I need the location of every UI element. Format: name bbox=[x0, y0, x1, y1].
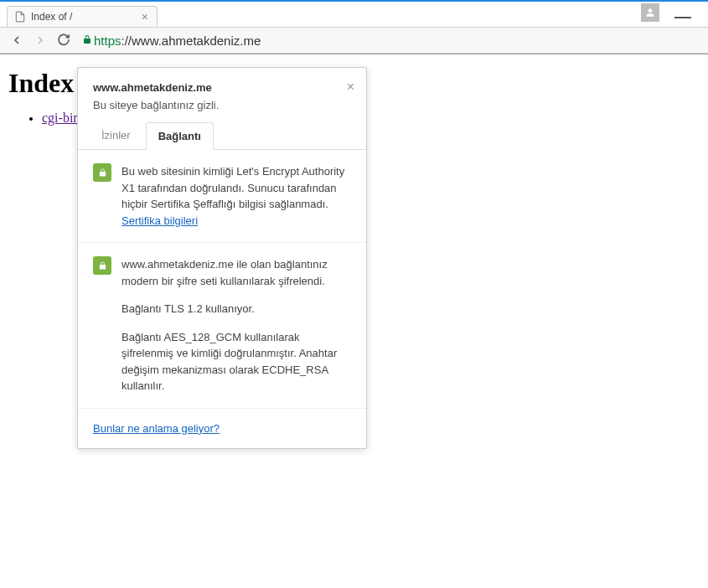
popup-close-button[interactable]: × bbox=[347, 80, 354, 95]
encryption-text-1: www.ahmetakdeniz.me ile olan bağlantınız… bbox=[121, 256, 351, 289]
tab-close-button[interactable]: × bbox=[142, 11, 148, 23]
popup-header: www.ahmetakdeniz.me Bu siteye bağlantını… bbox=[78, 68, 366, 121]
browser-toolbar: https://www.ahmetakdeniz.me bbox=[0, 27, 708, 54]
popup-subtitle: Bu siteye bağlantınız gizli. bbox=[93, 99, 351, 111]
url-rest: ://www.ahmetakdeniz.me bbox=[121, 34, 261, 48]
tab-permissions[interactable]: İzinler bbox=[90, 122, 142, 150]
user-profile-button[interactable] bbox=[641, 3, 659, 22]
browser-tab[interactable]: Index of / × bbox=[7, 6, 158, 27]
forward-button[interactable] bbox=[30, 30, 50, 50]
encryption-section: www.ahmetakdeniz.me ile olan bağlantınız… bbox=[78, 243, 366, 409]
file-icon bbox=[14, 11, 26, 23]
help-link[interactable]: Bunlar ne anlama geliyor? bbox=[93, 422, 220, 435]
identity-text: Bu web sitesinin kimliği Let's Encrypt A… bbox=[121, 165, 344, 210]
lock-icon[interactable] bbox=[82, 34, 92, 48]
popup-tabs: İzinler Bağlantı bbox=[78, 121, 366, 150]
popup-footer: Bunlar ne anlama geliyor? bbox=[78, 409, 366, 448]
tab-title: Index of / bbox=[31, 11, 137, 23]
url-protocol: https bbox=[94, 34, 121, 48]
tab-connection[interactable]: Bağlantı bbox=[146, 122, 214, 150]
identity-section: Bu web sitesinin kimliği Let's Encrypt A… bbox=[78, 150, 366, 243]
reload-button[interactable] bbox=[54, 30, 74, 50]
encryption-text-2: Bağlantı TLS 1.2 kullanıyor. bbox=[121, 301, 351, 317]
lock-icon bbox=[93, 163, 111, 182]
site-info-popup: www.ahmetakdeniz.me Bu siteye bağlantını… bbox=[77, 67, 367, 449]
lock-icon bbox=[93, 256, 111, 275]
certificate-info-link[interactable]: Sertifika bilgileri bbox=[121, 214, 198, 227]
window-minimize-button[interactable] bbox=[674, 16, 691, 18]
encryption-text-3: Bağlantı AES_128_GCM kullanılarak şifrel… bbox=[121, 329, 351, 395]
popup-site-name: www.ahmetakdeniz.me bbox=[93, 81, 351, 94]
tab-strip: Index of / × bbox=[0, 2, 708, 27]
url-text: https://www.ahmetakdeniz.me bbox=[94, 34, 261, 48]
back-button[interactable] bbox=[7, 30, 27, 50]
address-bar[interactable]: https://www.ahmetakdeniz.me bbox=[82, 34, 701, 48]
